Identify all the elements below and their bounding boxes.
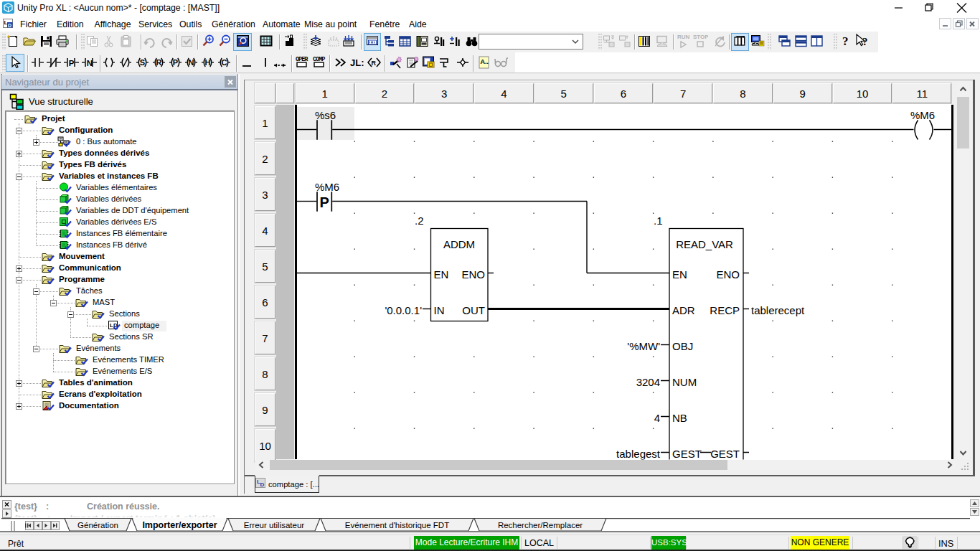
- svg-text:EN: EN: [434, 268, 449, 281]
- svg-text:4: 4: [654, 412, 660, 424]
- svg-text:OUT: OUT: [462, 304, 485, 316]
- svg-text:GEST: GEST: [710, 448, 740, 460]
- svg-text:P: P: [320, 194, 329, 210]
- svg-text:'0.0.0.1': '0.0.0.1': [385, 304, 422, 316]
- svg-text:ENO: ENO: [716, 268, 740, 281]
- svg-text:READ_VAR: READ_VAR: [676, 238, 733, 250]
- svg-text:D: D: [260, 481, 265, 488]
- svg-text:ADR: ADR: [672, 304, 695, 316]
- svg-text:NUM: NUM: [672, 376, 697, 388]
- svg-text:GEST: GEST: [672, 448, 702, 460]
- svg-text:tablerecept: tablerecept: [751, 304, 805, 316]
- svg-text:%M6: %M6: [315, 181, 339, 193]
- svg-text:.1: .1: [654, 215, 663, 227]
- svg-text:tablegest: tablegest: [616, 448, 661, 460]
- svg-text:.2: .2: [415, 215, 424, 227]
- svg-text:%s6: %s6: [315, 109, 336, 121]
- svg-text:EN: EN: [672, 268, 687, 281]
- svg-text:3204: 3204: [636, 376, 660, 388]
- svg-text:IN: IN: [434, 304, 445, 316]
- svg-text:ADDM: ADDM: [443, 238, 475, 250]
- svg-text:OBJ: OBJ: [672, 340, 693, 352]
- svg-text:ENO: ENO: [461, 268, 485, 281]
- svg-text:%M6: %M6: [910, 109, 935, 121]
- svg-text:NB: NB: [672, 412, 687, 424]
- svg-text:RECP: RECP: [710, 304, 740, 316]
- svg-text:'%MW': '%MW': [627, 340, 660, 352]
